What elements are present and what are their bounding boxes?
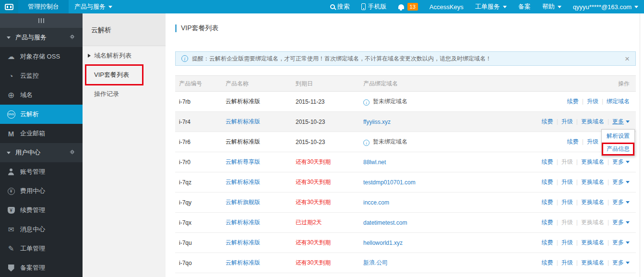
table-row: i-7qy云解析旗舰版还有30天到期incce.com续费|升级|更换域名|更多 <box>175 193 636 213</box>
nav-mobile[interactable]: 手机版 <box>356 0 393 13</box>
action-link[interactable]: 升级 <box>587 98 598 105</box>
domain-link[interactable]: ffyyiiss.xyz <box>363 119 391 125</box>
account-menu[interactable]: qyyyu*****@163.com <box>567 0 644 13</box>
sidebar-item[interactable]: ⊕域名 <box>0 85 83 105</box>
domain-link[interactable]: testdmp010701.com <box>363 179 416 186</box>
action-link[interactable]: 更换域名 <box>581 118 604 125</box>
subnav-item[interactable]: 操作记录 <box>83 84 166 104</box>
more-action[interactable]: 更多 <box>612 259 630 266</box>
subnav-item[interactable]: 域名解析列表 <box>83 46 166 65</box>
domain-link[interactable]: 新浪.公司 <box>363 259 388 266</box>
action-link[interactable]: 绑定域名 <box>607 98 630 105</box>
sidebar-item[interactable]: ✉消息中心 <box>0 220 83 239</box>
action-link[interactable]: 更换域名 <box>581 199 604 205</box>
product-name-link[interactable]: 云解析标准版 <box>226 239 260 246</box>
more-action[interactable]: 更多 <box>612 158 630 165</box>
action-link[interactable]: 续费 <box>567 98 579 105</box>
table-row: i-7qx云解析标准版已过期2天datetimetest.com续费|升级|更换… <box>175 213 636 233</box>
more-action[interactable]: 更多 <box>612 239 630 246</box>
action-separator: | <box>557 118 558 125</box>
more-action[interactable]: 更多 <box>612 219 630 226</box>
sidebar-item[interactable]: ✎工单管理 <box>0 239 83 258</box>
domain-link[interactable]: helloworld1.xyz <box>363 240 403 246</box>
action-link[interactable]: 续费 <box>542 118 553 125</box>
sidebar-item[interactable]: ¥费用中心 <box>0 181 83 201</box>
product-name-link[interactable]: 云解析尊享版 <box>226 158 260 165</box>
sidebar-item[interactable]: 账号管理 <box>0 162 83 181</box>
subnav-title: 云解析 <box>83 13 166 46</box>
domain-link[interactable]: 88lwl.net <box>363 159 386 166</box>
product-name-link[interactable]: 云解析标准版 <box>226 118 260 125</box>
action-link[interactable]: 更换域名 <box>581 158 604 165</box>
sidebar-group-header[interactable]: 产品与服务 <box>0 28 83 47</box>
domain-link[interactable]: datetimetest.com <box>363 219 407 226</box>
subnav-item[interactable]: VIP套餐列表 <box>83 65 166 84</box>
product-name-link[interactable]: 云解析标准版 <box>226 219 260 226</box>
more-action[interactable]: 更多 <box>612 118 630 125</box>
action-separator: | <box>557 239 558 246</box>
nav-search[interactable]: 搜索 <box>324 0 356 13</box>
aliyun-logo-icon <box>5 4 13 10</box>
sidebar-item[interactable]: ◔云监控 <box>0 66 83 85</box>
cell-product-id: i-7qo <box>175 260 226 266</box>
product-name-link[interactable]: 云解析标准版 <box>226 259 260 266</box>
sidebar-item[interactable]: ¥续费管理 <box>0 201 83 220</box>
cell-product-name: 云解析标准版 <box>226 239 296 247</box>
action-link[interactable]: 更换域名 <box>581 239 604 246</box>
sidebar-collapse-button[interactable] <box>0 13 83 28</box>
action-link[interactable]: 续费 <box>542 158 553 165</box>
dropdown-item[interactable]: 产品信息 <box>602 143 634 156</box>
sidebar-item[interactable]: ☁对象存储 OSS <box>0 47 83 66</box>
action-link: 升级 <box>561 219 573 226</box>
dropdown-item[interactable]: 解析设置 <box>602 130 634 143</box>
action-link[interactable]: 升级 <box>561 199 573 205</box>
expiry-text: 已过期2天 <box>296 219 322 226</box>
nav-tickets-menu[interactable]: 工单服务 <box>469 0 513 13</box>
sidebar: 产品与服务☁对象存储 OSS◔云监控⊕域名DNS云解析M企业邮箱用户中心账号管理… <box>0 13 83 277</box>
more-action[interactable]: 更多 <box>612 199 630 205</box>
product-name-text: 云解析标准版 <box>226 138 260 145</box>
gear-icon[interactable] <box>71 150 74 154</box>
cell-expiry: 还有30天到期 <box>296 178 363 186</box>
nav-notifications[interactable]: 13 <box>393 0 424 13</box>
action-separator: | <box>602 98 603 105</box>
aliyun-logo[interactable] <box>0 0 18 13</box>
action-link[interactable]: 升级 <box>561 118 573 125</box>
sidebar-item[interactable]: 备案管理 <box>0 258 83 277</box>
sidebar-item[interactable]: M企业邮箱 <box>0 124 83 143</box>
action-link[interactable]: 续费 <box>542 199 553 205</box>
nav-accesskeys[interactable]: AccessKeys <box>424 0 469 13</box>
cell-product-name: 云解析旗舰版 <box>226 198 296 206</box>
nav-beian[interactable]: 备案 <box>513 0 537 13</box>
more-action[interactable]: 更多 <box>612 179 630 185</box>
sidebar-group-header[interactable]: 用户中心 <box>0 143 83 162</box>
gear-icon[interactable] <box>71 35 74 38</box>
action-link[interactable]: 更换域名 <box>581 179 604 185</box>
action-separator: | <box>582 138 584 145</box>
sidebar-item[interactable]: DNS云解析 <box>0 105 83 124</box>
chevron-down-icon <box>558 6 561 8</box>
nav-help-menu[interactable]: 帮助 <box>537 0 567 13</box>
action-link[interactable]: 续费 <box>542 259 553 266</box>
nav-products-menu[interactable]: 产品与服务 <box>69 0 118 13</box>
action-link[interactable]: 续费 <box>542 179 553 185</box>
action-link[interactable]: 升级 <box>561 259 573 266</box>
user-icon <box>5 169 17 175</box>
cell-domain: helloworld1.xyz <box>363 240 481 246</box>
product-name-link[interactable]: 云解析旗舰版 <box>226 199 260 205</box>
action-link[interactable]: 续费 <box>542 239 553 246</box>
product-name-link[interactable]: 云解析标准版 <box>226 179 260 185</box>
column-header: 产品绑定域名 <box>363 80 481 88</box>
action-link[interactable]: 更换域名 <box>581 259 604 266</box>
action-link[interactable]: 升级 <box>587 138 598 145</box>
action-link[interactable]: 续费 <box>542 219 553 226</box>
nav-console[interactable]: 管理控制台 <box>18 0 69 13</box>
chevron-down-icon <box>626 201 630 204</box>
action-link[interactable]: 升级 <box>561 239 573 246</box>
close-icon[interactable]: × <box>625 55 630 63</box>
action-link[interactable]: 升级 <box>561 179 573 185</box>
domain-link[interactable]: incce.com <box>363 199 389 206</box>
collapse-icon <box>41 18 42 23</box>
action-separator: | <box>608 118 609 125</box>
action-link[interactable]: 续费 <box>567 138 579 145</box>
